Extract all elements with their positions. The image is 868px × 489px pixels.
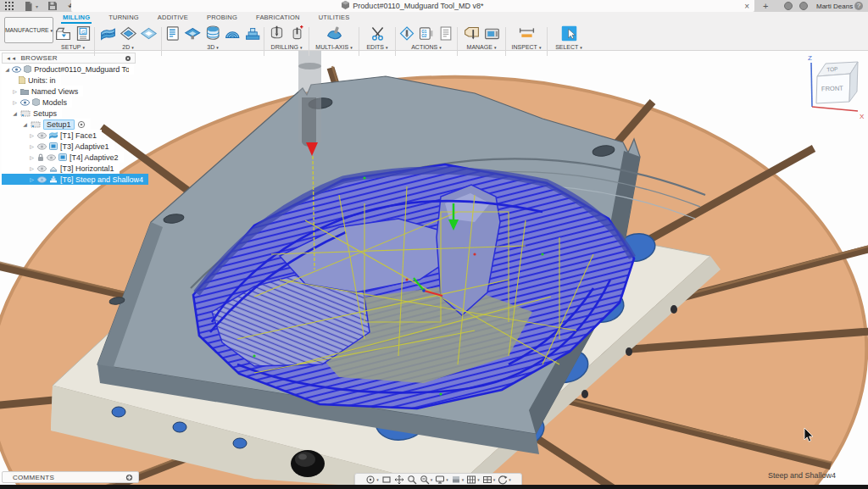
group-label-edits[interactable]: EDITS▾	[362, 44, 392, 50]
visibility-eye-icon[interactable]	[12, 66, 21, 73]
machine-icon[interactable]	[483, 25, 501, 42]
pan-button[interactable]	[393, 474, 405, 486]
tool-library-icon[interactable]	[463, 25, 481, 42]
comments-panel[interactable]: COMMENTS	[2, 471, 139, 483]
group-label-3d[interactable]: 3D▾	[164, 44, 261, 50]
group-label-inspect[interactable]: INSPECT▾	[509, 44, 544, 50]
mouse-cursor	[804, 428, 815, 443]
turntable-button[interactable]: ▾	[497, 474, 512, 486]
tree-item-label: Units: in	[28, 76, 56, 85]
fit-button[interactable]	[381, 474, 392, 486]
tree-item-label: Product#0110_Mudguard Tool_MD...	[34, 65, 129, 74]
tab-milling[interactable]: MILLING	[61, 14, 92, 24]
tree-item-adaptive1[interactable]: ▷ [T3] Adaptive1	[2, 141, 114, 152]
multi-axis-icon[interactable]	[326, 25, 343, 42]
drill-icon[interactable]	[268, 25, 286, 42]
setup-icon	[31, 120, 41, 128]
tree-item-label: [T3] Horizontal1	[60, 164, 114, 173]
select-icon[interactable]	[560, 25, 578, 42]
tab-fabrication[interactable]: FABRICATION	[254, 14, 302, 24]
save-icon[interactable]	[47, 1, 58, 11]
steep-and-shallow-icon[interactable]	[244, 25, 261, 42]
z-axis-label: Z	[808, 54, 812, 62]
tree-item-steep-and-shallow4[interactable]: ▷ [T6] Steep and Shallow4	[2, 174, 148, 185]
tree-item-label: [T3] Adaptive1	[60, 142, 109, 151]
group-label-actions[interactable]: ACTIONS▾	[398, 44, 454, 50]
zoom-window-button[interactable]: ▾	[419, 474, 434, 486]
view-cube[interactable]: Z X TOP FRONT	[800, 53, 866, 122]
viewports-button[interactable]: ▾	[481, 474, 497, 486]
group-label-drilling[interactable]: DRILLING▾	[267, 44, 306, 50]
tree-item-units[interactable]: Units: in	[2, 75, 61, 86]
setup-sheet-icon[interactable]	[437, 25, 454, 42]
comments-options-icon[interactable]	[125, 474, 133, 481]
edits-scissors-icon[interactable]	[369, 25, 387, 42]
zoom-button[interactable]	[406, 474, 418, 486]
x-axis-label: X	[860, 113, 865, 120]
tree-item-setup1[interactable]: ◢ Setup1	[2, 119, 91, 130]
user-name[interactable]: Marti Deans	[816, 0, 853, 12]
file-menu-caret-icon[interactable]: ▾	[36, 3, 38, 9]
post-process-icon[interactable]: G1G2	[418, 25, 435, 42]
view-cube-top-label: TOP	[826, 66, 838, 73]
help-icon[interactable]: ?	[854, 2, 863, 10]
group-label-multi-axis[interactable]: MULTI-AXIS▾	[312, 44, 356, 50]
visibility-eye-off-icon[interactable]	[47, 154, 56, 161]
pocket-2d-icon[interactable]	[120, 25, 137, 42]
thread-milling-icon[interactable]	[288, 25, 306, 42]
tab-additive[interactable]: ADDITIVE	[156, 14, 190, 24]
adaptive-clearing-icon[interactable]	[164, 25, 181, 42]
visibility-eye-off-icon[interactable]	[37, 143, 47, 150]
tree-item-models[interactable]: ▷ Models	[2, 97, 72, 108]
collapse-panel-icon[interactable]: ◄◄	[6, 56, 16, 61]
workspace-selector[interactable]: MANUFACTURE▾	[4, 17, 53, 43]
visibility-eye-icon[interactable]	[20, 99, 30, 106]
notifications-icon[interactable]	[799, 2, 808, 10]
nc-program-icon[interactable]: G	[75, 25, 92, 42]
visibility-eye-off-icon[interactable]	[37, 165, 47, 172]
face-milling-icon[interactable]	[99, 25, 117, 42]
grid-snaps-button[interactable]: ▾	[465, 474, 481, 486]
pocket-clearing-icon[interactable]	[184, 25, 201, 42]
group-label-2d[interactable]: 2D▾	[97, 44, 159, 50]
tab-utilities[interactable]: UTILITIES	[317, 14, 352, 24]
component-icon	[24, 65, 31, 73]
tree-item-label: Setups	[33, 109, 57, 118]
visual-style-button[interactable]: ▾	[450, 474, 465, 486]
new-tab-icon[interactable]: +	[763, 0, 768, 12]
z-axis-line	[811, 63, 812, 107]
tab-turning[interactable]: TURNING	[107, 14, 141, 24]
tab-probing[interactable]: PROBING	[205, 14, 239, 24]
browser-panel: ◄◄ BROWSER ◢ Product#0110_Mudguard Tool_…	[2, 53, 137, 185]
file-menu-icon[interactable]	[23, 1, 34, 11]
group-label-manage[interactable]: MANAGE▾	[460, 44, 503, 50]
simulate-icon[interactable]	[398, 25, 415, 42]
display-settings-button[interactable]: ▾	[434, 474, 449, 486]
tree-item-named-views[interactable]: ▷ Named Views	[2, 86, 83, 97]
inspect-measure-icon[interactable]	[518, 25, 536, 42]
morphed-spiral-icon[interactable]	[224, 25, 241, 42]
activate-setup-icon[interactable]	[77, 120, 86, 129]
job-status-icon[interactable]	[784, 2, 793, 10]
visibility-eye-off-icon[interactable]	[37, 132, 47, 139]
tree-item-setups[interactable]: ◢ Setups	[2, 108, 62, 119]
group-label-select[interactable]: SELECT▾	[550, 44, 587, 50]
new-setup-icon[interactable]	[54, 25, 72, 42]
app-grid-icon[interactable]	[3, 1, 14, 11]
browser-options-icon[interactable]	[125, 55, 131, 62]
tree-item-adaptive2[interactable]: ▷ [T4] Adaptive2	[2, 152, 124, 163]
tree-item-root-component[interactable]: ◢ Product#0110_Mudguard Tool_MD...	[2, 64, 134, 75]
x-axis-line	[812, 107, 858, 111]
contour-3d-icon[interactable]	[204, 25, 221, 42]
visibility-eye-off-icon[interactable]	[37, 176, 47, 183]
face-operation-icon	[49, 131, 58, 139]
tree-item-horizontal1[interactable]: ▷ [T3] Horizontal1	[2, 163, 120, 174]
view-cube-front-label: FRONT	[821, 85, 844, 93]
orbit-button[interactable]: ▾	[364, 474, 380, 486]
svg-text:G2: G2	[421, 34, 427, 38]
document-tab[interactable]: Product#0110_Mudguard Tool_MD v8* ×	[71, 0, 754, 12]
group-label-setup[interactable]: SETUP▾	[53, 44, 92, 50]
slot-milling-icon[interactable]	[140, 25, 158, 42]
close-tab-icon[interactable]: ×	[744, 0, 749, 12]
tree-item-face1[interactable]: ▷ [T1] Face1	[2, 130, 102, 141]
